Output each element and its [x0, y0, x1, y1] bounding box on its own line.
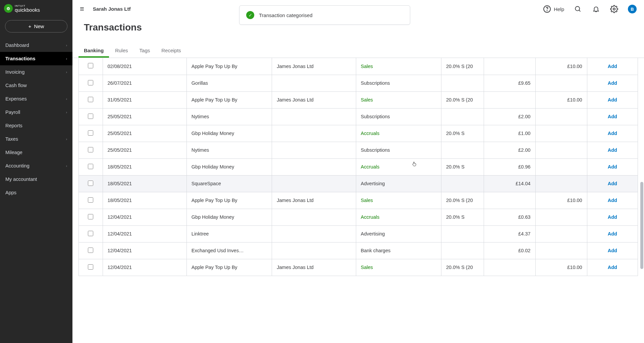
tab-rules[interactable]: Rules: [110, 43, 133, 58]
sidebar-item-label: Mileage: [5, 150, 22, 155]
sidebar-item-taxes[interactable]: Taxes›: [0, 132, 72, 146]
help-button[interactable]: Help: [543, 5, 564, 13]
sidebar-item-label: Accounting: [5, 163, 30, 168]
plus-icon: +: [29, 23, 32, 29]
row-checkbox[interactable]: [88, 264, 93, 270]
table-row[interactable]: 12/04/2021Apple Pay Top Up ByJames Jonas…: [79, 259, 638, 276]
brand-logo[interactable]: ⌾ INTUIT quickbooks: [0, 0, 72, 17]
table-row[interactable]: 31/05/2021Apple Pay Top Up ByJames Jonas…: [79, 91, 638, 108]
cell-spent: £2.00: [484, 108, 535, 125]
scrollbar-thumb[interactable]: [640, 182, 643, 269]
sidebar-item-expenses[interactable]: Expenses›: [0, 92, 72, 106]
row-checkbox[interactable]: [88, 130, 93, 136]
row-checkbox[interactable]: [88, 114, 93, 119]
cell-payee: James Jonas Ltd: [272, 259, 356, 276]
sidebar-item-payroll[interactable]: Payroll›: [0, 106, 72, 119]
table-row[interactable]: 12/04/2021Exchanged Usd Inves…Bank charg…: [79, 242, 638, 259]
sidebar-item-reports[interactable]: Reports: [0, 119, 72, 132]
cell: [79, 125, 103, 142]
user-avatar[interactable]: B: [628, 5, 637, 13]
tab-banking[interactable]: Banking: [78, 43, 109, 58]
table-row[interactable]: 26/07/2021GorillasSubscriptions£9.65Add: [79, 75, 638, 91]
add-button[interactable]: Add: [608, 248, 617, 253]
row-checkbox[interactable]: [88, 181, 93, 186]
row-checkbox[interactable]: [88, 63, 93, 68]
svg-point-4: [613, 8, 615, 10]
sidebar-item-apps[interactable]: Apps: [0, 186, 72, 199]
company-name[interactable]: Sarah Jonas Ltf: [93, 6, 131, 12]
sidebar-item-label: Apps: [5, 190, 16, 195]
add-button[interactable]: Add: [608, 198, 617, 203]
table-row[interactable]: 12/04/2021Gbp Holiday MoneyAccruals20.0%…: [79, 209, 638, 225]
cell-description: Apple Pay Top Up By: [186, 192, 272, 209]
row-checkbox[interactable]: [88, 97, 93, 102]
sidebar-item-cash-flow[interactable]: Cash flow: [0, 79, 72, 92]
sidebar-item-mileage[interactable]: Mileage: [0, 146, 72, 159]
cell-payee: [272, 242, 356, 259]
cell-received: [535, 175, 587, 192]
tab-tags[interactable]: Tags: [134, 43, 156, 58]
cell: Add: [587, 175, 638, 192]
cell-spent: £14.04: [484, 175, 535, 192]
success-toast: ✓ Transaction categorised: [239, 5, 410, 25]
sidebar-item-transactions[interactable]: Transactions›: [0, 52, 72, 65]
logo-qb: quickbooks: [15, 7, 40, 12]
sidebar-item-label: Payroll: [5, 110, 20, 115]
sidebar-item-accounting[interactable]: Accounting›: [0, 159, 72, 173]
table-row[interactable]: 18/05/2021SquareSpaceAdvertising£14.04Ad…: [79, 175, 638, 192]
add-button[interactable]: Add: [608, 164, 617, 169]
search-icon[interactable]: [574, 5, 582, 13]
settings-gear-icon[interactable]: [610, 5, 619, 13]
add-button[interactable]: Add: [608, 265, 617, 270]
cell-date: 18/05/2021: [103, 158, 186, 175]
table-row[interactable]: 25/05/2021NytimesSubscriptions£2.00Add: [79, 142, 638, 158]
notifications-icon[interactable]: [592, 5, 600, 13]
add-button[interactable]: Add: [608, 97, 617, 102]
table-row[interactable]: 02/08/2021Apple Pay Top Up ByJames Jonas…: [79, 58, 638, 75]
cell-vat: 20.0% S: [441, 209, 484, 225]
new-button[interactable]: + New: [5, 20, 67, 32]
add-button[interactable]: Add: [608, 214, 617, 220]
tab-receipts[interactable]: Receipts: [156, 43, 186, 58]
cell-spent: £9.65: [484, 75, 535, 91]
add-button[interactable]: Add: [608, 231, 617, 236]
sidebar-item-dashboard[interactable]: Dashboard›: [0, 39, 72, 52]
row-checkbox[interactable]: [88, 231, 93, 236]
cell: Add: [587, 242, 638, 259]
cell-category: Accruals: [356, 158, 441, 175]
row-checkbox[interactable]: [88, 147, 93, 152]
cell-spent: [484, 91, 535, 108]
add-button[interactable]: Add: [608, 114, 617, 119]
cell-payee: [272, 158, 356, 175]
hamburger-icon[interactable]: ≡: [80, 5, 84, 13]
row-checkbox[interactable]: [88, 197, 93, 203]
table-row[interactable]: 12/04/2021LinktreeAdvertising£4.37Add: [79, 225, 638, 242]
row-checkbox[interactable]: [88, 164, 93, 169]
cell: [79, 158, 103, 175]
row-checkbox[interactable]: [88, 248, 93, 253]
add-button[interactable]: Add: [608, 181, 617, 186]
cell-date: 18/05/2021: [103, 175, 186, 192]
sidebar-item-invoicing[interactable]: Invoicing›: [0, 65, 72, 79]
table-row[interactable]: 18/05/2021Gbp Holiday MoneyAccruals20.0%…: [79, 158, 638, 175]
scrollbar-track[interactable]: [640, 58, 643, 343]
sidebar-item-label: Expenses: [5, 96, 27, 101]
cell-date: 25/05/2021: [103, 142, 186, 158]
add-button[interactable]: Add: [608, 147, 617, 153]
cell-date: 25/05/2021: [103, 125, 186, 142]
sidebar-item-my-accountant[interactable]: My accountant: [0, 173, 72, 186]
table-row[interactable]: 18/05/2021Apple Pay Top Up ByJames Jonas…: [79, 192, 638, 209]
cell-received: £10.00: [535, 259, 587, 276]
add-button[interactable]: Add: [608, 64, 617, 69]
table-row[interactable]: 25/05/2021Gbp Holiday MoneyAccruals20.0%…: [79, 125, 638, 142]
add-button[interactable]: Add: [608, 80, 617, 86]
cell-vat: 20.0% S: [441, 158, 484, 175]
cell-vat: 20.0% S (20: [441, 259, 484, 276]
row-checkbox[interactable]: [88, 80, 93, 85]
table-row[interactable]: 25/05/2021NytimesSubscriptions£2.00Add: [79, 108, 638, 125]
sidebar-item-label: Reports: [5, 123, 22, 128]
cell: [79, 108, 103, 125]
row-checkbox[interactable]: [88, 214, 93, 219]
cell-category: Sales: [356, 259, 441, 276]
add-button[interactable]: Add: [608, 131, 617, 136]
